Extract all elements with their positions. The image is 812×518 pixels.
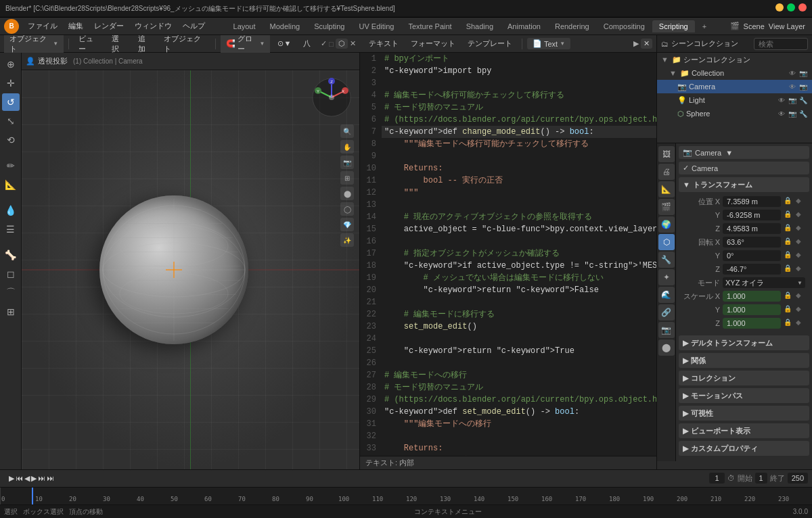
- annotate-tool[interactable]: ✏: [2, 157, 20, 174]
- prop-tab-data[interactable]: 📷: [658, 322, 675, 338]
- outliner-collection[interactable]: ▼ 📁 Collection 👁 📷: [657, 66, 812, 80]
- object-name-sub[interactable]: ✓ Camera: [679, 162, 809, 174]
- viewport-shading-mat-btn[interactable]: 💎: [340, 218, 354, 231]
- move-obj-tool[interactable]: ☰: [2, 220, 20, 238]
- next-keyframe-btn[interactable]: ⏭: [38, 474, 45, 482]
- rotation-z-key[interactable]: ◆: [796, 264, 805, 274]
- workspace-shading[interactable]: Shading: [459, 20, 500, 32]
- visibility-header[interactable]: ▶ 可視性: [679, 406, 809, 421]
- workspace-rendering[interactable]: Rendering: [548, 20, 596, 32]
- scale-tool[interactable]: ⤡: [2, 112, 20, 130]
- prop-tab-scene[interactable]: 🎬: [658, 199, 675, 215]
- bone-tool[interactable]: 🦴: [2, 246, 20, 264]
- location-y-field[interactable]: -6.9258 m: [723, 210, 781, 220]
- outliner-camera[interactable]: 📷 Camera 👁 📷: [657, 80, 812, 93]
- object-name-field[interactable]: 📷 Camera ▼: [679, 146, 809, 159]
- rotation-y-field[interactable]: 0°: [723, 250, 781, 261]
- sphere-render[interactable]: 📷: [788, 109, 797, 118]
- light-visibility[interactable]: 👁: [777, 95, 786, 105]
- custom-props-header[interactable]: ▶ カスタムプロパティ: [679, 441, 809, 456]
- prop-tab-physics[interactable]: 🌊: [658, 287, 675, 303]
- viewport-camera-btn[interactable]: 📷: [340, 156, 354, 169]
- workspace-compositing[interactable]: Compositing: [597, 20, 652, 32]
- scale-y-lock[interactable]: 🔒: [784, 305, 793, 314]
- cursor-tool[interactable]: ⊕: [2, 55, 20, 73]
- play-btn[interactable]: ▶: [9, 474, 14, 483]
- sphere-extra[interactable]: 🔧: [798, 109, 808, 118]
- motion-path-header[interactable]: ▶ モーションパス: [679, 388, 809, 403]
- location-z-field[interactable]: 4.9583 m: [723, 223, 781, 234]
- viewport-zoom-btn[interactable]: 🔍: [340, 124, 354, 138]
- extra-btn[interactable]: 八: [298, 37, 315, 50]
- prop-tab-modifier[interactable]: 🔧: [658, 252, 675, 268]
- prev-keyframe-btn[interactable]: ⏮: [16, 474, 23, 482]
- scale-y-key[interactable]: ◆: [796, 305, 805, 314]
- viewport-display-header[interactable]: ▶ ビューポート表示: [679, 423, 809, 438]
- render-visibility-icon[interactable]: 📷: [798, 68, 808, 78]
- prop-tab-particles[interactable]: ✦: [658, 269, 675, 285]
- location-x-field[interactable]: 7.3589 m: [723, 196, 781, 207]
- maximize-btn[interactable]: [787, 3, 795, 11]
- workspace-add[interactable]: +: [696, 20, 713, 32]
- overlay-icon[interactable]: ⬡: [336, 39, 348, 49]
- timeline-ruler[interactable]: 0 10 20 30 40 50 60 70 80 90 100 110 120…: [0, 488, 812, 504]
- workspace-uv-editing[interactable]: UV Editing: [352, 20, 401, 32]
- scale-x-lock[interactable]: 🔒: [784, 291, 793, 301]
- start-frame[interactable]: 1: [755, 473, 767, 484]
- rotation-mode-dropdown[interactable]: XYZ オイラ ▼: [723, 277, 805, 288]
- text-file-selector[interactable]: 📄 Text ▼: [527, 38, 570, 49]
- menu-file[interactable]: ファイル: [23, 20, 62, 32]
- rotate-tool[interactable]: ↺: [2, 93, 20, 111]
- close-x[interactable]: ✕: [350, 39, 356, 48]
- transform-tool[interactable]: ⟲: [2, 131, 20, 149]
- end-frame[interactable]: 250: [788, 473, 808, 484]
- rotation-x-field[interactable]: 63.6°: [723, 237, 781, 248]
- scale-y-field[interactable]: 1.000: [723, 304, 781, 315]
- scale-z-lock[interactable]: 🔒: [784, 319, 793, 328]
- rotation-y-lock[interactable]: 🔒: [784, 251, 793, 260]
- camera-visibility[interactable]: 👁: [788, 82, 797, 91]
- prop-tab-render[interactable]: 🖼: [658, 146, 675, 162]
- location-y-lock[interactable]: 🔒: [784, 210, 793, 220]
- minimize-btn[interactable]: [775, 3, 784, 11]
- workspace-sculpting[interactable]: Sculpting: [307, 20, 351, 32]
- collections-header[interactable]: ▶ コレクション: [679, 371, 809, 385]
- workspace-modeling[interactable]: Modeling: [263, 20, 307, 32]
- viewport-grid-btn[interactable]: ⊞: [340, 171, 354, 185]
- nav-gizmo[interactable]: X Y Z: [310, 76, 354, 120]
- outliner-light[interactable]: 💡 Light 👁 📷 🔧: [657, 93, 812, 107]
- overlay-checkbox2[interactable]: □: [329, 40, 334, 48]
- delta-transform-header[interactable]: ▶ デルタトランスフォーム: [679, 335, 809, 350]
- outliner-sphere[interactable]: ⬡ Sphere 👁 📷 🔧: [657, 107, 812, 120]
- proportional-btn[interactable]: ⊙▼: [273, 38, 296, 49]
- overlay-checkbox1[interactable]: ✓: [321, 39, 327, 48]
- outliner-scene-collection[interactable]: ▼ 📁 シーンコレクション: [657, 53, 812, 66]
- rotation-z-field[interactable]: -46.7°: [723, 264, 781, 275]
- outliner-search[interactable]: [754, 38, 808, 50]
- visibility-icon[interactable]: 👁: [788, 68, 797, 78]
- text-menu[interactable]: テキスト: [364, 37, 403, 50]
- viewport-canvas[interactable]: X Y Z: [22, 70, 359, 469]
- menu-help[interactable]: ヘルプ: [178, 20, 210, 32]
- close-btn[interactable]: [798, 3, 807, 11]
- viewport-shading-solid-btn[interactable]: ⬤: [340, 187, 354, 200]
- prop-tab-material[interactable]: ⬤: [658, 339, 675, 356]
- new-text-btn[interactable]: ✕: [641, 39, 652, 49]
- prop-tab-world[interactable]: 🌍: [658, 216, 675, 233]
- rotation-y-key[interactable]: ◆: [796, 251, 805, 260]
- end-btn[interactable]: ⏭: [47, 474, 54, 482]
- menu-edit[interactable]: 編集: [64, 20, 88, 32]
- location-x-key[interactable]: ◆: [796, 197, 805, 206]
- transform-section-header[interactable]: ▼ トランスフォーム: [679, 177, 809, 192]
- prop-tab-object[interactable]: ⬡: [658, 234, 675, 250]
- location-z-lock[interactable]: 🔒: [784, 224, 793, 233]
- rotation-x-lock[interactable]: 🔒: [784, 237, 793, 247]
- rotation-x-key[interactable]: ◆: [796, 237, 805, 247]
- scale-x-key[interactable]: ◆: [796, 291, 805, 301]
- templates-menu[interactable]: テンプレート: [463, 37, 517, 50]
- prop-tab-constraints[interactable]: 🔗: [658, 304, 675, 321]
- next-frame-btn[interactable]: ▶: [31, 474, 37, 483]
- viewport-shading-render-btn[interactable]: ✨: [340, 233, 354, 247]
- viewport-shading-wire-btn[interactable]: ◯: [340, 202, 354, 216]
- menu-window[interactable]: ウィンドウ: [130, 20, 177, 32]
